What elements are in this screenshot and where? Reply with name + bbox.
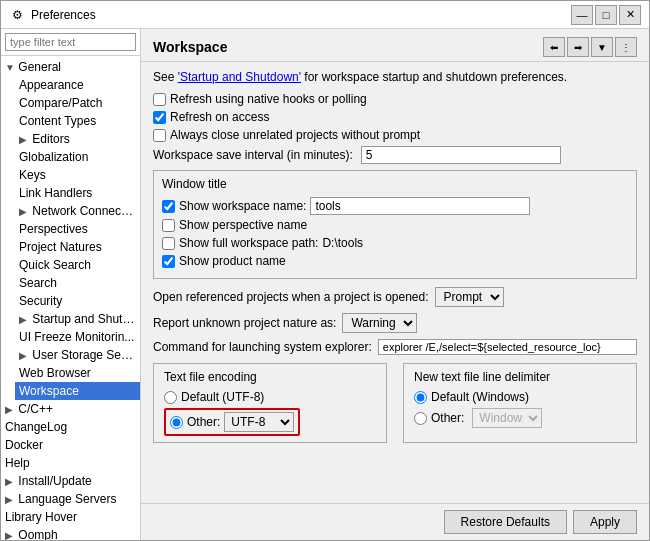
content-body: See 'Startup and Shutdown' for workspace… — [141, 62, 649, 503]
close-button[interactable]: ✕ — [619, 5, 641, 25]
delimiter-other-row: Other: Windows Unix Mac — [414, 408, 626, 428]
command-explorer-row: Command for launching system explorer: — [153, 339, 637, 355]
sidebar-item-web-browser[interactable]: Web Browser — [15, 364, 140, 382]
command-explorer-label: Command for launching system explorer: — [153, 340, 372, 354]
sidebar-item-compare-patch[interactable]: Compare/Patch — [15, 94, 140, 112]
tree: ▼ General Appearance Compare/Patch Conte… — [1, 56, 140, 540]
sidebar-item-network[interactable]: ▶ Network Connectio... — [15, 202, 140, 220]
sidebar-item-changelog[interactable]: ChangeLog — [1, 418, 140, 436]
sidebar-item-perspectives[interactable]: Perspectives — [15, 220, 140, 238]
command-explorer-input[interactable] — [378, 339, 637, 355]
footer: Restore Defaults Apply — [141, 503, 649, 540]
save-interval-label: Workspace save interval (in minutes): — [153, 148, 353, 162]
delimiter-default-row: Default (Windows) — [414, 390, 626, 404]
line-delimiter-group: New text file line delimiter Default (Wi… — [403, 363, 637, 443]
refresh-access-checkbox[interactable] — [153, 111, 166, 124]
refresh-native-label: Refresh using native hooks or polling — [170, 92, 367, 106]
sidebar-item-project-natures[interactable]: Project Natures — [15, 238, 140, 256]
encoding-section: Text file encoding Default (UTF-8) Other… — [153, 363, 637, 443]
delimiter-other-select[interactable]: Windows Unix Mac — [472, 408, 542, 428]
encoding-other-select[interactable]: UTF-8 UTF-16 ISO-8859-1 US-ASCII — [224, 412, 294, 432]
save-interval-input[interactable] — [361, 146, 561, 164]
sidebar-item-general[interactable]: ▼ General — [1, 58, 140, 76]
preferences-window: ⚙ Preferences — □ ✕ ▼ General Appearance… — [0, 0, 650, 541]
window-title-group-label: Window title — [162, 177, 628, 191]
chevron-right-icon4: ▶ — [19, 350, 29, 361]
nav-back-button[interactable]: ⬅ — [543, 37, 565, 57]
sidebar-item-user-storage[interactable]: ▶ User Storage Servic... — [15, 346, 140, 364]
sidebar-item-workspace[interactable]: Workspace — [15, 382, 140, 400]
sidebar-item-docker[interactable]: Docker — [1, 436, 140, 454]
sidebar-children-general: Appearance Compare/Patch Content Types ▶… — [1, 76, 140, 400]
header-nav: ⬅ ➡ ▼ ⋮ — [543, 37, 637, 57]
sidebar-item-startup[interactable]: ▶ Startup and Shutdo... — [15, 310, 140, 328]
sidebar-item-language-servers[interactable]: ▶ Language Servers — [1, 490, 140, 508]
report-unknown-select[interactable]: Warning Error Ignore — [342, 313, 417, 333]
delimiter-other-label: Other: — [431, 411, 464, 425]
sidebar-item-help[interactable]: Help — [1, 454, 140, 472]
refresh-access-row: Refresh on access — [153, 110, 637, 124]
save-interval-row: Workspace save interval (in minutes): — [153, 146, 637, 164]
open-referenced-row: Open referenced projects when a project … — [153, 287, 637, 307]
show-product-row: Show product name — [162, 254, 628, 268]
show-full-path-row: Show full workspace path: D:\tools — [162, 236, 628, 250]
minimize-button[interactable]: — — [571, 5, 593, 25]
refresh-native-row: Refresh using native hooks or polling — [153, 92, 637, 106]
sidebar-item-appearance[interactable]: Appearance — [15, 76, 140, 94]
sidebar-item-oomph[interactable]: ▶ Oomph — [1, 526, 140, 540]
refresh-native-checkbox[interactable] — [153, 93, 166, 106]
nav-menu-button[interactable]: ▼ — [591, 37, 613, 57]
apply-button[interactable]: Apply — [573, 510, 637, 534]
sidebar-item-content-types[interactable]: Content Types — [15, 112, 140, 130]
show-perspective-checkbox[interactable] — [162, 219, 175, 232]
sidebar-item-cpp[interactable]: ▶ C/C++ — [1, 400, 140, 418]
content-header: Workspace ⬅ ➡ ▼ ⋮ — [141, 29, 649, 62]
delimiter-default-label: Default (Windows) — [431, 390, 529, 404]
show-workspace-name-label: Show workspace name: — [179, 199, 306, 213]
show-full-path-label: Show full workspace path: — [179, 236, 318, 250]
sidebar-item-install[interactable]: ▶ Install/Update — [1, 472, 140, 490]
sidebar-item-editors[interactable]: ▶ Editors — [15, 130, 140, 148]
show-full-path-checkbox[interactable] — [162, 237, 175, 250]
sidebar-item-search[interactable]: Search — [15, 274, 140, 292]
workspace-name-input[interactable] — [310, 197, 530, 215]
sidebar-item-globalization[interactable]: Globalization — [15, 148, 140, 166]
encoding-other-radio[interactable] — [170, 416, 183, 429]
filter-input[interactable] — [5, 33, 136, 51]
show-product-checkbox[interactable] — [162, 255, 175, 268]
nav-more-button[interactable]: ⋮ — [615, 37, 637, 57]
chevron-right-icon3: ▶ — [19, 314, 29, 325]
sidebar-item-security[interactable]: Security — [15, 292, 140, 310]
nav-forward-button[interactable]: ➡ — [567, 37, 589, 57]
sidebar: ▼ General Appearance Compare/Patch Conte… — [1, 29, 141, 540]
show-perspective-row: Show perspective name — [162, 218, 628, 232]
startup-shutdown-link[interactable]: 'Startup and Shutdown' — [178, 70, 301, 84]
app-icon: ⚙ — [9, 7, 25, 23]
window-title-group: Window title Show workspace name: Show p… — [153, 170, 637, 279]
sidebar-item-link-handlers[interactable]: Link Handlers — [15, 184, 140, 202]
chevron-right-icon8: ▶ — [5, 530, 15, 540]
show-workspace-name-checkbox[interactable] — [162, 200, 175, 213]
line-delimiter-title: New text file line delimiter — [414, 370, 626, 384]
chevron-right-icon5: ▶ — [5, 404, 15, 415]
chevron-down-icon: ▼ — [5, 62, 15, 73]
section-description: See 'Startup and Shutdown' for workspace… — [153, 70, 637, 84]
close-unrelated-checkbox[interactable] — [153, 129, 166, 142]
encoding-default-radio[interactable] — [164, 391, 177, 404]
report-unknown-label: Report unknown project nature as: — [153, 316, 336, 330]
sidebar-item-library-hover[interactable]: Library Hover — [1, 508, 140, 526]
sidebar-item-ui-freeze[interactable]: UI Freeze Monitorin... — [15, 328, 140, 346]
delimiter-default-radio[interactable] — [414, 391, 427, 404]
report-unknown-row: Report unknown project nature as: Warnin… — [153, 313, 637, 333]
sidebar-item-keys[interactable]: Keys — [15, 166, 140, 184]
restore-defaults-button[interactable]: Restore Defaults — [444, 510, 567, 534]
maximize-button[interactable]: □ — [595, 5, 617, 25]
sidebar-item-quick-search[interactable]: Quick Search — [15, 256, 140, 274]
open-referenced-select[interactable]: Prompt Always Never — [435, 287, 504, 307]
window-title: Preferences — [31, 8, 571, 22]
main-area: ▼ General Appearance Compare/Patch Conte… — [1, 29, 649, 540]
delimiter-other-radio[interactable] — [414, 412, 427, 425]
text-encoding-group: Text file encoding Default (UTF-8) Other… — [153, 363, 387, 443]
window-controls: — □ ✕ — [571, 5, 641, 25]
show-perspective-label: Show perspective name — [179, 218, 307, 232]
